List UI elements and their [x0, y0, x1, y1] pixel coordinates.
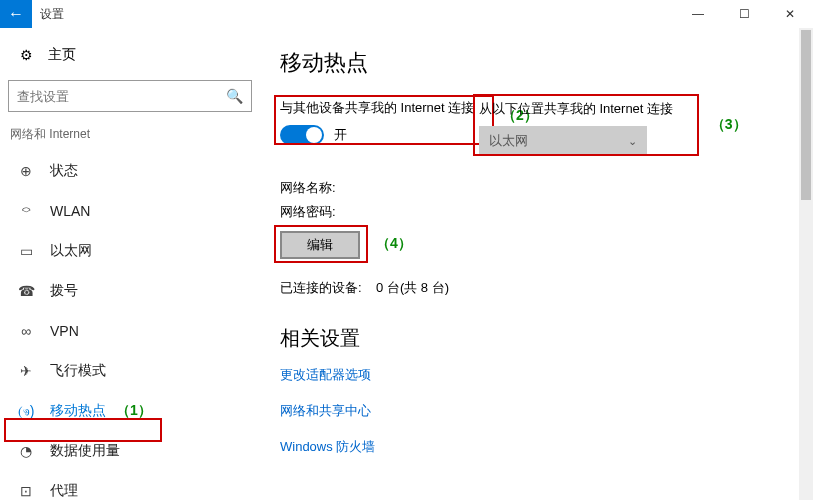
close-icon: ✕ — [785, 7, 795, 21]
link-network-sharing-center[interactable]: 网络和共享中心 — [280, 402, 813, 420]
toggle-state-label: 开 — [334, 126, 347, 144]
share-from-dropdown[interactable]: 以太网 ⌄ — [479, 126, 647, 156]
back-button[interactable]: ← — [0, 0, 32, 28]
connected-devices-value: 0 台(共 8 台) — [376, 280, 449, 295]
datausage-icon: ◔ — [16, 443, 36, 459]
sidebar-item-label: 以太网 — [50, 242, 92, 260]
sidebar-item-label: 状态 — [50, 162, 78, 180]
minimize-icon: — — [692, 7, 704, 21]
hotspot-icon: (ෳ) — [16, 403, 36, 420]
main-panel: 移动热点 与其他设备共享我的 Internet 连接 开 （2） 从以下位置共享… — [260, 28, 813, 500]
annotation-1: （1） — [116, 402, 152, 420]
share-from-label: 从以下位置共享我的 Internet 连接 — [479, 100, 673, 118]
sidebar-home-label: 主页 — [48, 46, 76, 64]
search-input[interactable] — [17, 89, 226, 104]
sidebar-item-status[interactable]: ⊕ 状态 — [6, 151, 254, 191]
sidebar-item-proxy[interactable]: ⊡ 代理 — [6, 471, 254, 500]
scrollbar-thumb[interactable] — [801, 30, 811, 200]
minimize-button[interactable]: — — [675, 0, 721, 28]
edit-button[interactable]: 编辑 — [280, 231, 360, 259]
network-name-label: 网络名称: — [280, 179, 813, 197]
toggle-knob-icon — [306, 127, 322, 143]
network-password-label: 网络密码: — [280, 203, 813, 221]
annotation-4: （4） — [376, 235, 412, 253]
titlebar: ← 设置 — ☐ ✕ — [0, 0, 813, 28]
hotspot-toggle[interactable] — [280, 125, 324, 145]
sidebar-group-label: 网络和 Internet — [6, 126, 254, 151]
sidebar-item-airplane[interactable]: ✈ 飞行模式 — [6, 351, 254, 391]
wifi-icon: ⌔ — [16, 203, 36, 219]
related-settings-title: 相关设置 — [280, 325, 813, 352]
sidebar-item-label: 代理 — [50, 482, 78, 500]
share-label: 与其他设备共享我的 Internet 连接 — [280, 99, 474, 117]
sidebar-item-ethernet[interactable]: ▭ 以太网 — [6, 231, 254, 271]
sidebar-item-label: 数据使用量 — [50, 442, 120, 460]
gear-icon: ⚙ — [16, 47, 36, 63]
sidebar-home[interactable]: ⚙ 主页 — [6, 40, 254, 70]
edit-button-label: 编辑 — [307, 236, 333, 254]
sidebar: ⚙ 主页 🔍 网络和 Internet ⊕ 状态 ⌔ WLAN ▭ 以太网 ☎ … — [0, 28, 260, 500]
search-box[interactable]: 🔍 — [8, 80, 252, 112]
airplane-icon: ✈ — [16, 363, 36, 379]
connected-devices: 已连接的设备: 0 台(共 8 台) — [280, 279, 813, 297]
vpn-icon: ∞ — [16, 323, 36, 339]
window-controls: — ☐ ✕ — [675, 0, 813, 28]
arrow-left-icon: ← — [8, 5, 24, 23]
sidebar-item-label: 飞行模式 — [50, 362, 106, 380]
sidebar-item-wlan[interactable]: ⌔ WLAN — [6, 191, 254, 231]
sidebar-item-label: WLAN — [50, 203, 90, 219]
sidebar-item-dialup[interactable]: ☎ 拨号 — [6, 271, 254, 311]
ethernet-icon: ▭ — [16, 243, 36, 259]
window-title: 设置 — [40, 6, 64, 23]
sidebar-item-label: 移动热点 — [50, 402, 106, 420]
link-windows-firewall[interactable]: Windows 防火墙 — [280, 438, 813, 456]
search-icon: 🔍 — [226, 88, 243, 104]
annotation-3: （3） — [711, 116, 747, 134]
dialup-icon: ☎ — [16, 283, 36, 299]
close-button[interactable]: ✕ — [767, 0, 813, 28]
sidebar-item-vpn[interactable]: ∞ VPN — [6, 311, 254, 351]
proxy-icon: ⊡ — [16, 483, 36, 499]
link-adapter-options[interactable]: 更改适配器选项 — [280, 366, 813, 384]
chevron-down-icon: ⌄ — [628, 135, 637, 148]
page-title: 移动热点 — [280, 48, 813, 78]
sidebar-item-label: VPN — [50, 323, 79, 339]
maximize-icon: ☐ — [739, 7, 750, 21]
sidebar-item-label: 拨号 — [50, 282, 78, 300]
sidebar-item-datausage[interactable]: ◔ 数据使用量 — [6, 431, 254, 471]
connected-devices-label: 已连接的设备: — [280, 280, 362, 295]
status-icon: ⊕ — [16, 163, 36, 179]
maximize-button[interactable]: ☐ — [721, 0, 767, 28]
sidebar-item-hotspot[interactable]: (ෳ) 移动热点 （1） — [6, 391, 254, 431]
dropdown-value: 以太网 — [489, 132, 528, 150]
